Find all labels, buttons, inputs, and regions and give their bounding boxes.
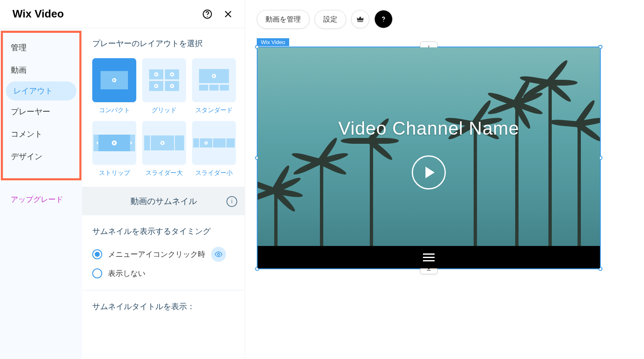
layout-label-compact: コンパクト <box>99 106 130 114</box>
svg-rect-21 <box>199 85 208 91</box>
layout-label-slider-big: スライダー大 <box>145 169 183 177</box>
panel-header-actions <box>202 8 234 20</box>
svg-point-41 <box>218 253 220 256</box>
settings-button[interactable]: 設定 <box>315 10 346 29</box>
layout-option-grid[interactable] <box>142 58 186 102</box>
video-widget-frame[interactable]: Wix Video <box>257 47 601 269</box>
toolbar-help-icon[interactable] <box>374 10 393 28</box>
thumbnail-timing-section: サムネイルを表示するタイミング メニューアイコンクリック時 表示しない <box>92 215 241 282</box>
layout-option-standard[interactable] <box>192 58 236 102</box>
crown-icon[interactable] <box>351 10 369 28</box>
element-toolbar: 動画を管理 設定 <box>245 0 644 29</box>
layout-option-slider-small[interactable] <box>192 121 236 165</box>
thumbnail-timing-heading: サムネイルを表示するタイミング <box>92 226 241 237</box>
layout-label-slider-small: スライダー小 <box>195 169 233 177</box>
radio-option-none[interactable]: 表示しない <box>92 265 241 282</box>
nav-item-design[interactable]: デザイン <box>0 145 82 168</box>
radio-label: 表示しない <box>108 268 145 278</box>
radio-icon <box>92 268 102 278</box>
settings-panel: Wix Video 管理 動画 レイアウト プレーヤー コメント デザイン <box>0 0 245 359</box>
svg-rect-22 <box>209 85 219 91</box>
layout-label-standard: スタンダード <box>195 106 233 114</box>
nav-item-comments[interactable]: コメント <box>0 123 82 145</box>
nav-item-video[interactable]: 動画 <box>0 59 82 81</box>
layout-options-grid: コンパクト グリッド <box>92 58 241 177</box>
menu-icon[interactable] <box>423 253 435 261</box>
thumbnail-section-title: 動画のサムネイル <box>130 196 197 207</box>
svg-rect-34 <box>175 135 184 150</box>
layout-label-grid: グリッド <box>152 106 177 114</box>
nav-item-player[interactable]: プレーヤー <box>0 101 82 123</box>
layout-option-strip[interactable] <box>92 121 136 165</box>
svg-rect-39 <box>213 138 226 148</box>
panel-header: Wix Video <box>0 0 245 28</box>
manage-videos-button[interactable]: 動画を管理 <box>257 10 310 29</box>
svg-rect-30 <box>144 135 150 150</box>
layout-label-strip: ストリップ <box>99 169 130 177</box>
svg-point-42 <box>383 21 384 22</box>
panel-body: 管理 動画 レイアウト プレーヤー コメント デザイン アップグレード プレーヤ… <box>0 28 245 359</box>
thumbnail-title-heading: サムネイルタイトルを表示： <box>92 301 241 312</box>
layout-option-slider-big[interactable] <box>142 121 186 165</box>
video-preview: Video Channel Name <box>258 47 600 268</box>
nav-item-manage[interactable]: 管理 <box>0 37 82 59</box>
panel-content: プレーヤーのレイアウトを選択 コンパクト <box>82 28 245 359</box>
editor-canvas: 動画を管理 設定 Wix Video <box>245 0 644 359</box>
nav-item-layout[interactable]: レイアウト <box>6 81 76 101</box>
video-bottom-bar <box>258 246 600 268</box>
layout-heading: プレーヤーのレイアウトを選択 <box>92 38 241 49</box>
nav-upgrade-link[interactable]: アップグレード <box>0 189 82 210</box>
svg-point-1 <box>207 16 208 17</box>
widget-tag: Wix Video <box>257 38 289 46</box>
layout-option-compact[interactable] <box>92 58 136 102</box>
help-icon[interactable] <box>202 8 213 20</box>
info-icon[interactable]: i <box>226 196 237 207</box>
panel-title: Wix Video <box>12 7 64 20</box>
svg-rect-35 <box>193 138 199 148</box>
svg-rect-40 <box>226 138 235 148</box>
radio-option-menu-click[interactable]: メニューアイコンクリック時 <box>92 243 241 265</box>
radio-icon <box>92 249 102 259</box>
thumbnail-section-header: 動画のサムネイル i <box>82 187 245 215</box>
panel-nav: 管理 動画 レイアウト プレーヤー コメント デザイン アップグレード <box>0 28 82 359</box>
close-icon[interactable] <box>222 8 234 20</box>
play-button-icon[interactable] <box>412 155 446 189</box>
svg-rect-23 <box>220 85 229 91</box>
preview-eye-icon[interactable] <box>211 247 226 262</box>
radio-label: メニューアイコンクリック時 <box>108 249 205 259</box>
video-channel-title: Video Channel Name <box>258 118 600 139</box>
